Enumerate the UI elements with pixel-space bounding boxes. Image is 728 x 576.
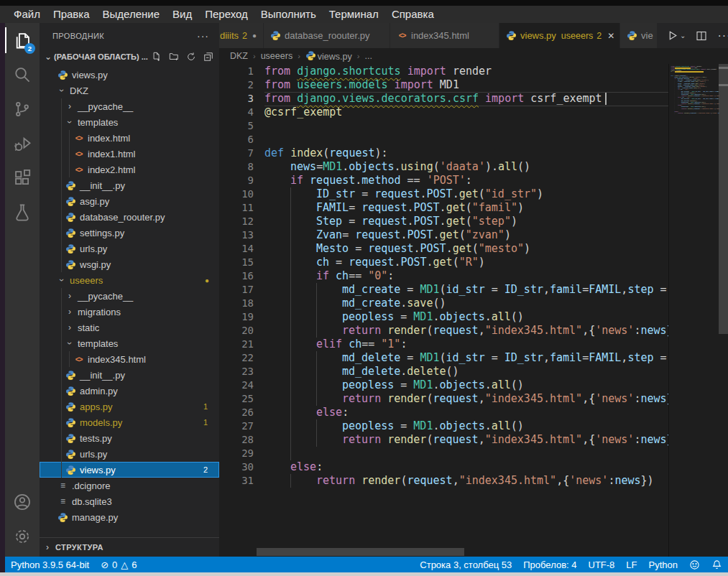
status-eol[interactable]: LF — [620, 557, 642, 572]
tree-file-index1-html[interactable]: <>index1.html — [40, 146, 219, 162]
activity-testing[interactable] — [5, 195, 40, 230]
status-problems[interactable]: ⊘0△6 — [95, 557, 142, 572]
tree-file-manage-py[interactable]: manage.py — [40, 509, 219, 525]
tree-file-database-roouter-py[interactable]: database_roouter.py — [40, 209, 219, 225]
tree-file-wsgi-py[interactable]: wsgi.py — [40, 256, 219, 272]
status-indentation[interactable]: Пробелов: 4 — [517, 557, 582, 572]
menu-item-вид[interactable]: Вид — [166, 6, 198, 23]
chevron-collapsed-icon: › — [65, 307, 74, 317]
new-folder-icon[interactable] — [169, 52, 179, 62]
status-feedback[interactable] — [683, 557, 706, 572]
tree-item-label: db.sqlite3 — [72, 496, 112, 507]
tree-item-label: views.py — [80, 465, 116, 475]
refresh-icon[interactable] — [186, 52, 196, 62]
line-number: 4 — [219, 106, 254, 119]
activity-settings[interactable] — [5, 519, 40, 554]
new-file-icon[interactable] — [152, 52, 162, 62]
tree-folder-templates[interactable]: ›templates — [40, 114, 219, 130]
tree-folder-useeers[interactable]: ›useeers● — [40, 272, 219, 288]
vertical-scrollbar[interactable] — [719, 64, 728, 334]
tree-file--dcignore[interactable]: ≡.dcignore — [40, 478, 219, 493]
tree-file-views-py[interactable]: views.py — [40, 67, 219, 83]
tree-file-views-py[interactable]: views.py2 — [40, 462, 219, 478]
close-icon[interactable]: ✕ — [607, 31, 614, 41]
breadcrumb-separator: › — [298, 52, 300, 60]
tree-folder-static[interactable]: ›static — [40, 320, 219, 335]
tree-folder--pycache-[interactable]: ›__pycache__ — [40, 98, 219, 114]
tree-file-admin-py[interactable]: admin.py — [40, 383, 219, 399]
chevron-down-icon: ⌄ — [42, 52, 54, 62]
tree-file-urls-py[interactable]: urls.py — [40, 446, 219, 462]
line-number: 3 — [219, 92, 254, 106]
tab-views-py[interactable]: views.pyuseeers2✕ — [499, 23, 620, 48]
run-python-file-button[interactable]: ⌄ — [666, 29, 686, 42]
code-line-2: 2from useeers.models import MD1 — [219, 78, 668, 92]
outline-section-header[interactable]: › СТРУКТУРА — [40, 537, 219, 557]
tree-file-index345-html[interactable]: <>index345.html — [40, 351, 219, 367]
tree-item-label: index.html — [88, 133, 130, 144]
tree-file-tests-py[interactable]: tests.py — [40, 430, 219, 446]
tree-file-urls-py[interactable]: urls.py — [40, 241, 219, 256]
status-notifications[interactable] — [706, 557, 728, 572]
breadcrumb-item[interactable]: views.py — [305, 50, 352, 62]
activity-account[interactable] — [5, 485, 40, 519]
split-editor-button[interactable] — [696, 30, 707, 42]
status-encoding[interactable]: UTF-8 — [583, 557, 621, 572]
code-line-23: 23md_delete.delete() — [219, 365, 668, 378]
activity-run-debug[interactable] — [5, 126, 40, 161]
chevron-expanded-icon: › — [57, 86, 67, 95]
menu-item-правка[interactable]: Правка — [47, 6, 96, 23]
tree-file-asgi-py[interactable]: asgi.py — [40, 193, 219, 209]
activity-source-control[interactable] — [5, 92, 40, 126]
menu-item-выполнить[interactable]: Выполнить — [254, 6, 323, 23]
tab-database-roouter-py[interactable]: database_roouter.py — [264, 23, 390, 48]
breadcrumb-item[interactable]: useeers — [261, 51, 292, 61]
code-line-9: 9if request.method == 'POST': — [219, 174, 668, 187]
tree-file-index2-html[interactable]: <>index2.html — [40, 162, 219, 177]
line-number: 18 — [219, 297, 254, 310]
minimap[interactable]: from django.shortcuts import renderfrom … — [668, 64, 719, 557]
menu-item-выделение[interactable]: Выделение — [96, 6, 166, 23]
breadcrumb[interactable]: DKZ›useeers›views.py›... — [219, 48, 728, 64]
status-cursor-position[interactable]: Строка 3, столбец 53 — [414, 557, 517, 572]
status-language-mode[interactable]: Python — [643, 557, 683, 572]
tree-file-db-sqlite3[interactable]: ≡db.sqlite3 — [40, 493, 219, 509]
tree-folder-DKZ[interactable]: ›DKZ — [40, 83, 219, 98]
more-actions-button[interactable]: ··· — [717, 29, 728, 42]
extensions-icon — [13, 169, 32, 187]
python-icon — [65, 417, 76, 427]
horizontal-scrollbar[interactable] — [257, 548, 464, 556]
menu-item-переход[interactable]: Переход — [198, 6, 254, 23]
code-line-3: 3from django.views.decorators.csrf impor… — [219, 92, 668, 106]
tree-file--init-py[interactable]: __init__.py — [40, 177, 219, 193]
line-number: 5 — [219, 119, 254, 133]
breadcrumb-item[interactable]: ... — [364, 51, 372, 61]
tab-diiits[interactable]: diiits2● — [219, 23, 264, 48]
tree-file-settings-py[interactable]: settings.py — [40, 225, 219, 241]
activity-extensions[interactable] — [5, 161, 40, 195]
tree-folder-migrations[interactable]: ›migrations — [40, 304, 219, 320]
workspace-section-header[interactable]: ⌄ (РАБОЧАЯ ОБЛАСТЬ) ... — [40, 48, 219, 65]
collapse-all-icon[interactable] — [203, 52, 213, 62]
desktop-left-strip — [0, 6, 5, 572]
breadcrumb-item[interactable]: DKZ — [230, 51, 248, 61]
tree-folder--pycache-[interactable]: ›__pycache__ — [40, 288, 219, 304]
line-number: 22 — [219, 351, 254, 365]
more-icon[interactable]: ··· — [197, 30, 209, 42]
tree-file-models-py[interactable]: models.py1 — [40, 414, 219, 430]
tab-bar: diiits2●database_roouter.py<>index345.ht… — [219, 23, 728, 48]
status-python-version[interactable]: Python 3.9.5 64-bit — [5, 557, 95, 572]
tab-vie[interactable]: vie — [620, 23, 658, 48]
tree-file--init-py[interactable]: __init__.py — [40, 367, 219, 383]
tab-index345-html[interactable]: <>index345.html — [390, 23, 499, 48]
code-editor[interactable]: 1from django.shortcuts import render2fro… — [219, 64, 728, 557]
activity-explorer[interactable]: 2 — [5, 23, 40, 57]
tree-folder-templates[interactable]: ›templates — [40, 335, 219, 351]
menu-item-файл[interactable]: Файл — [7, 6, 47, 23]
tree-file-index-html[interactable]: <>index.html — [40, 130, 219, 146]
tree-file-apps-py[interactable]: apps.py1 — [40, 399, 219, 414]
code-line-7: 7def index(request): — [219, 147, 668, 160]
menu-item-справка[interactable]: Справка — [385, 6, 441, 23]
activity-search[interactable] — [5, 57, 40, 92]
menu-item-терминал[interactable]: Терминал — [323, 6, 385, 23]
